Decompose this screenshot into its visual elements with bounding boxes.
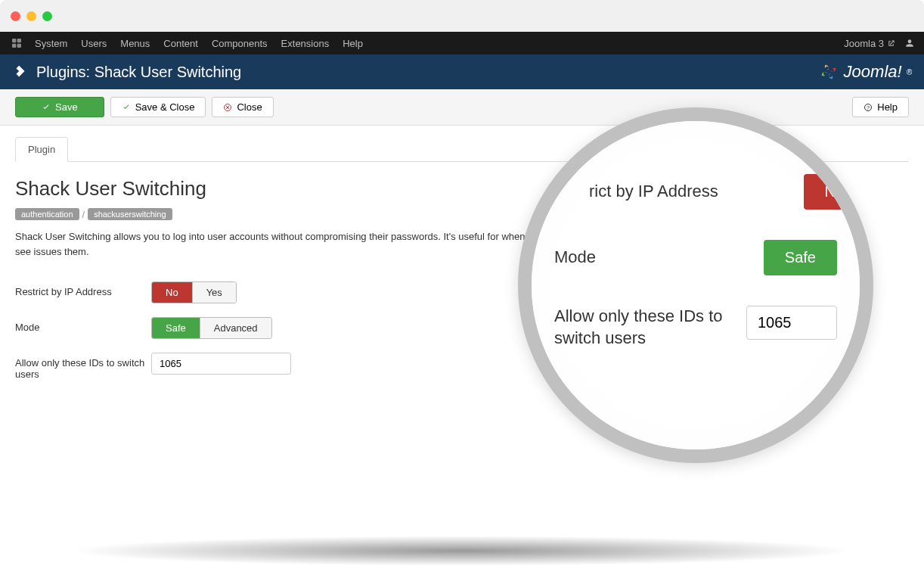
restrict-label: Restrict by IP Address — [15, 281, 151, 297]
mode-safe-button[interactable]: Safe — [152, 318, 200, 338]
help-icon: ? — [864, 103, 873, 112]
mag-row-mode: Mode Safe — [554, 240, 837, 275]
site-link-label: Joomla 3 — [844, 38, 884, 49]
svg-text:?: ? — [867, 104, 870, 110]
action-toolbar: Save Save & Close Close ? Help — [0, 89, 924, 126]
nav-item-content[interactable]: Content — [163, 38, 198, 49]
site-link[interactable]: Joomla 3 — [844, 38, 895, 49]
nav-item-help[interactable]: Help — [343, 38, 363, 49]
admin-top-nav: System Users Menus Content Components Ex… — [0, 32, 924, 54]
check-icon — [42, 103, 51, 112]
badge-separator: / — [82, 209, 85, 220]
mac-minimize-button[interactable] — [26, 11, 36, 21]
close-label: Close — [237, 101, 262, 113]
mag-mode-safe[interactable]: Safe — [764, 240, 837, 275]
bottom-shadow — [68, 536, 856, 566]
mag-restrict-label: rict by IP Address — [589, 181, 804, 203]
tab-plugin[interactable]: Plugin — [15, 137, 68, 162]
mode-advanced-button[interactable]: Advanced — [200, 318, 271, 338]
user-icon[interactable] — [904, 38, 915, 48]
mag-row-ids: Allow only these IDs to switch users — [554, 306, 837, 349]
mode-label: Mode — [15, 317, 151, 333]
magnifier-overlay: rict by IP Address N Mode Safe Allow onl… — [518, 107, 873, 463]
nav-item-components[interactable]: Components — [212, 38, 268, 49]
check-icon — [122, 103, 131, 112]
svg-rect-1 — [17, 39, 21, 42]
ids-label: Allow only these IDs to switch users — [15, 353, 151, 380]
restrict-no-button[interactable]: No — [152, 282, 192, 303]
joomla-logo-icon — [818, 61, 839, 82]
svg-rect-0 — [12, 39, 16, 42]
nav-item-system[interactable]: System — [35, 38, 67, 49]
save-close-label: Save & Close — [135, 101, 195, 113]
svg-rect-3 — [17, 44, 21, 48]
mag-ids-label: Allow only these IDs to switch users — [554, 306, 746, 349]
nav-items: System Users Menus Content Components Ex… — [35, 38, 363, 49]
help-label: Help — [877, 101, 898, 113]
plugin-icon — [12, 64, 29, 80]
mac-window-chrome — [0, 0, 924, 32]
brand-text: Joomla! — [844, 62, 902, 82]
cancel-icon — [223, 103, 232, 112]
mag-ids-input[interactable] — [746, 306, 837, 340]
mac-zoom-button[interactable] — [42, 11, 52, 21]
page-title: Plugins: Shack User Switching — [36, 64, 241, 81]
mode-toggle: Safe Advanced — [151, 317, 272, 339]
plugin-description: Shack User Switching allows you to log i… — [15, 229, 590, 259]
nav-item-menus[interactable]: Menus — [120, 38, 150, 49]
mac-close-button[interactable] — [11, 11, 20, 21]
restrict-yes-button[interactable]: Yes — [193, 282, 236, 303]
nav-item-users[interactable]: Users — [81, 38, 107, 49]
nav-item-extensions[interactable]: Extensions — [281, 38, 330, 49]
svg-rect-2 — [12, 44, 16, 48]
help-button[interactable]: ? Help — [852, 97, 909, 117]
close-button[interactable]: Close — [212, 97, 273, 117]
page-title-bar: Plugins: Shack User Switching Joomla!® — [0, 54, 924, 89]
external-link-icon — [887, 39, 895, 48]
badge-authentication: authentication — [15, 208, 79, 220]
joomla-nav-icon[interactable] — [9, 36, 24, 51]
ids-input[interactable] — [151, 353, 291, 375]
restrict-toggle: No Yes — [151, 281, 237, 303]
save-button[interactable]: Save — [15, 97, 104, 117]
mag-row-restrict: rict by IP Address N — [589, 174, 872, 210]
joomla-brand: Joomla!® — [818, 61, 912, 82]
badge-plugin-name: shackuserswitching — [88, 208, 172, 220]
mag-mode-label: Mode — [554, 247, 764, 269]
save-close-button[interactable]: Save & Close — [110, 97, 206, 117]
save-label: Save — [55, 101, 78, 113]
